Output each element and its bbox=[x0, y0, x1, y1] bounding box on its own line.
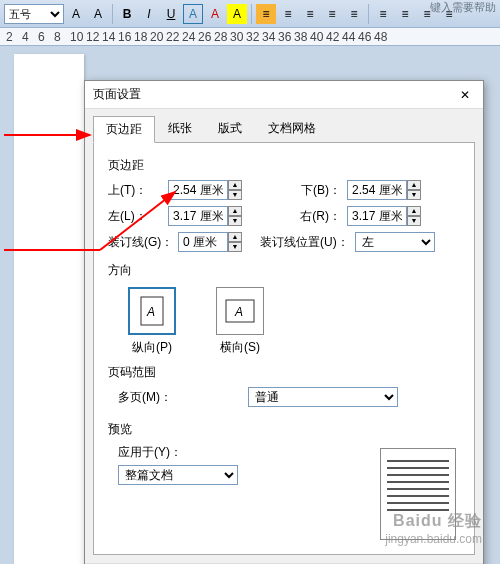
right-spinner[interactable]: ▲▼ bbox=[347, 206, 421, 226]
spin-up-icon[interactable]: ▲ bbox=[228, 180, 242, 190]
right-input[interactable] bbox=[347, 206, 407, 226]
dialog-titlebar[interactable]: 页面设置 ✕ bbox=[85, 81, 483, 109]
left-input[interactable] bbox=[168, 206, 228, 226]
orientation-landscape[interactable]: A 横向(S) bbox=[216, 287, 264, 356]
gutter-pos-select[interactable]: 左 bbox=[355, 232, 435, 252]
font-shrink-icon[interactable]: A bbox=[88, 4, 108, 24]
font-size-select[interactable]: 五号 bbox=[4, 4, 64, 24]
watermark-logo: Baidu 经验 bbox=[385, 511, 482, 532]
landscape-label: 横向(S) bbox=[216, 339, 264, 356]
list-bullet-icon[interactable]: ≡ bbox=[395, 4, 415, 24]
landscape-icon: A bbox=[216, 287, 264, 335]
multi-pages-label: 多页(M)： bbox=[118, 389, 182, 406]
watermark-url: jingyan.baidu.com bbox=[385, 532, 482, 546]
tab-body: 页边距 上(T)： ▲▼ 下(B)： ▲▼ 左(L)： bbox=[93, 142, 475, 555]
align-distribute-icon[interactable]: ≡ bbox=[344, 4, 364, 24]
right-label: 右(R)： bbox=[287, 208, 341, 225]
close-icon[interactable]: ✕ bbox=[455, 88, 475, 102]
help-tip: 键入需要帮助 bbox=[430, 0, 496, 15]
orientation-group-label: 方向 bbox=[108, 262, 460, 279]
tab-grid[interactable]: 文档网格 bbox=[255, 115, 329, 142]
font-color-icon[interactable]: A bbox=[205, 4, 225, 24]
align-right-icon[interactable]: ≡ bbox=[300, 4, 320, 24]
spin-down-icon[interactable]: ▼ bbox=[228, 242, 242, 252]
margins-group-label: 页边距 bbox=[108, 157, 460, 174]
preview-group-label: 预览 bbox=[108, 421, 460, 438]
left-label: 左(L)： bbox=[108, 208, 162, 225]
document-page bbox=[14, 54, 84, 564]
tab-margins[interactable]: 页边距 bbox=[93, 116, 155, 143]
pages-group-label: 页码范围 bbox=[108, 364, 460, 381]
spin-down-icon[interactable]: ▼ bbox=[228, 190, 242, 200]
spin-up-icon[interactable]: ▲ bbox=[228, 206, 242, 216]
apply-to-label: 应用于(Y)： bbox=[118, 445, 182, 459]
gutter-label: 装订线(G)： bbox=[108, 234, 172, 251]
page-setup-dialog: 页面设置 ✕ 页边距 纸张 版式 文档网格 页边距 上(T)： ▲▼ 下(B)：… bbox=[84, 80, 484, 564]
highlight-icon[interactable]: A bbox=[227, 4, 247, 24]
left-spinner[interactable]: ▲▼ bbox=[168, 206, 242, 226]
main-toolbar: 五号 A A B I U A A A ≡ ≡ ≡ ≡ ≡ ≡ ≡ ≡ ≡ 键入需… bbox=[0, 0, 500, 28]
align-center-icon[interactable]: ≡ bbox=[278, 4, 298, 24]
portrait-icon: A bbox=[128, 287, 176, 335]
spin-up-icon[interactable]: ▲ bbox=[407, 180, 421, 190]
list-number-icon[interactable]: ≡ bbox=[373, 4, 393, 24]
spin-down-icon[interactable]: ▼ bbox=[228, 216, 242, 226]
spin-down-icon[interactable]: ▼ bbox=[407, 216, 421, 226]
tab-paper[interactable]: 纸张 bbox=[155, 115, 205, 142]
tab-strip: 页边距 纸张 版式 文档网格 bbox=[85, 109, 483, 142]
spin-up-icon[interactable]: ▲ bbox=[407, 206, 421, 216]
svg-text:A: A bbox=[146, 305, 155, 319]
underline-icon[interactable]: U bbox=[161, 4, 181, 24]
apply-to-select[interactable]: 整篇文档 bbox=[118, 465, 238, 485]
gutter-spinner[interactable]: ▲▼ bbox=[178, 232, 242, 252]
watermark: Baidu 经验 jingyan.baidu.com bbox=[385, 511, 482, 546]
spin-down-icon[interactable]: ▼ bbox=[407, 190, 421, 200]
top-spinner[interactable]: ▲▼ bbox=[168, 180, 242, 200]
multi-pages-select[interactable]: 普通 bbox=[248, 387, 398, 407]
top-label: 上(T)： bbox=[108, 182, 162, 199]
align-left-icon[interactable]: ≡ bbox=[256, 4, 276, 24]
gutter-input[interactable] bbox=[178, 232, 228, 252]
orientation-portrait[interactable]: A 纵向(P) bbox=[128, 287, 176, 356]
dialog-title: 页面设置 bbox=[93, 86, 141, 103]
portrait-label: 纵向(P) bbox=[128, 339, 176, 356]
font-box-icon[interactable]: A bbox=[183, 4, 203, 24]
tab-layout[interactable]: 版式 bbox=[205, 115, 255, 142]
spin-up-icon[interactable]: ▲ bbox=[228, 232, 242, 242]
italic-icon[interactable]: I bbox=[139, 4, 159, 24]
bottom-spinner[interactable]: ▲▼ bbox=[347, 180, 421, 200]
font-grow-icon[interactable]: A bbox=[66, 4, 86, 24]
svg-text:A: A bbox=[234, 305, 243, 319]
bold-icon[interactable]: B bbox=[117, 4, 137, 24]
top-input[interactable] bbox=[168, 180, 228, 200]
bottom-input[interactable] bbox=[347, 180, 407, 200]
gutter-pos-label: 装订线位置(U)： bbox=[260, 234, 349, 251]
align-justify-icon[interactable]: ≡ bbox=[322, 4, 342, 24]
ruler: 2468101214161820222426283032343638404244… bbox=[0, 28, 500, 46]
bottom-label: 下(B)： bbox=[287, 182, 341, 199]
